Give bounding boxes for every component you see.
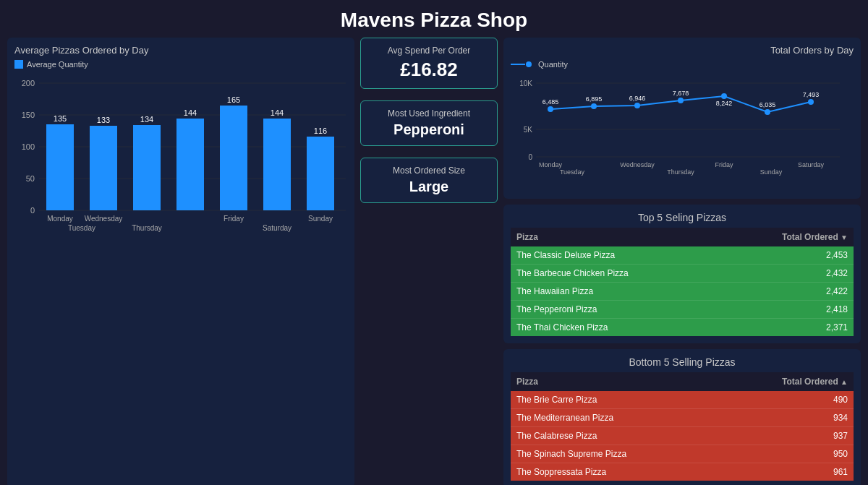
top5-card: Top 5 Seling Pizzas Pizza Total Ordered … [503,205,861,343]
pizza-total: 2,422 [721,283,854,301]
svg-text:Monday: Monday [47,215,73,223]
pizza-name: The Barbecue Chicken Pizza [511,265,721,283]
svg-text:Friday: Friday [715,161,733,168]
pizza-total: 2,453 [721,246,854,265]
pizza-total: 950 [720,445,854,463]
svg-text:135: 135 [54,114,67,123]
pizza-total: 2,432 [721,265,854,283]
avg-spend-label: Avg Spend Per Order [368,46,490,56]
svg-text:144: 144 [271,108,284,117]
svg-text:10K: 10K [519,80,532,87]
pizza-total: 490 [720,391,854,409]
stats-col: Avg Spend Per Order £16.82 Most Used Ing… [360,38,498,485]
top5-row: The Hawaiian Pizza2,422 [511,283,854,301]
svg-text:116: 116 [314,126,327,135]
most-ordered-label: Most Ordered Size [368,166,490,176]
pizza-total: 961 [720,463,854,481]
svg-text:Monday: Monday [539,161,563,168]
top5-table: Pizza Total Ordered ▼ The Classic Deluxe… [511,228,854,336]
bottom5-table: Pizza Total Ordered ▲ The Brie Carre Piz… [511,372,854,481]
bottom5-card: Bottom 5 Selling Pizzas Pizza Total Orde… [503,349,861,485]
total-orders-legend: Quantity [511,60,854,69]
most-used-card: Most Used Ingredient Pepperoni [360,100,498,146]
svg-point-42 [765,109,770,115]
line-chart-svg: 10K 5K 0 [511,73,843,189]
svg-text:6,895: 6,895 [586,95,603,103]
svg-rect-22 [220,106,247,210]
line-legend-dot [526,61,532,67]
top5-row: The Pepperoni Pizza2,418 [511,301,854,319]
bottom5-title: Bottom 5 Selling Pizzas [511,356,854,368]
avg-by-day-title: Average Pizzas Ordered by Day [14,45,347,56]
page-title: Mavens Pizza Shop [0,0,868,38]
total-orders-chart-card: Total Orders by Day Quantity 10K 5K 0 [503,38,861,199]
pizza-name: The Mediterranean Pizza [511,409,720,427]
top5-title: Top 5 Seling Pizzas [511,212,854,223]
pizza-name: The Thai Chicken Pizza [511,319,721,337]
total-orders-title: Total Orders by Day [511,45,854,56]
svg-text:0: 0 [30,206,35,215]
svg-text:6,946: 6,946 [629,95,646,102]
bottom5-row: The Brie Carre Pizza490 [511,391,854,409]
svg-text:Sunday: Sunday [760,168,783,176]
svg-point-39 [634,103,640,108]
pizza-name: The Spinach Supreme Pizza [511,445,720,463]
pizza-total: 934 [720,409,854,427]
avg-by-day-chart: Average Pizzas Ordered by Day Average Qu… [7,38,354,485]
bar-chart-svg: 200 150 100 50 0 135 Monday Tuesday 133 … [14,73,347,239]
svg-text:Tuesday: Tuesday [560,168,585,176]
avg-spend-card: Avg Spend Per Order £16.82 [360,38,498,89]
svg-text:100: 100 [22,142,35,151]
svg-text:5K: 5K [524,126,533,134]
pizza-name: The Hawaiian Pizza [511,283,721,301]
svg-text:Wednesday: Wednesday [620,161,655,168]
svg-rect-28 [307,137,334,210]
svg-point-41 [721,93,727,99]
avg-spend-value: £16.82 [368,59,490,81]
svg-text:8,242: 8,242 [716,100,733,107]
pizza-name: The Pepperoni Pizza [511,301,721,319]
svg-text:144: 144 [184,108,197,117]
legend-box [14,60,23,69]
top5-row: The Classic Deluxe Pizza2,453 [511,246,854,265]
svg-text:7,493: 7,493 [803,91,820,98]
pizza-total: 937 [720,427,854,445]
pizza-name: The Soppressata Pizza [511,463,720,481]
svg-text:7,678: 7,678 [673,90,689,97]
pizza-total: 2,418 [721,301,854,319]
pizza-name: The Classic Deluxe Pizza [511,246,721,265]
svg-text:150: 150 [22,111,35,119]
svg-text:200: 200 [22,79,35,87]
svg-text:Tuesday: Tuesday [68,224,95,232]
svg-text:6,035: 6,035 [760,101,776,108]
most-ordered-value: Large [368,179,490,195]
svg-rect-10 [46,124,74,210]
svg-text:Sunday: Sunday [308,215,333,223]
svg-text:Wednesday: Wednesday [85,215,123,223]
bottom5-col2-header: Total Ordered ▲ [720,372,854,391]
top5-sort-icon: ▼ [841,233,848,241]
svg-text:Friday: Friday [224,215,244,223]
pizza-total: 2,371 [721,319,854,337]
svg-text:165: 165 [227,95,240,104]
most-used-value: Pepperoni [368,121,490,138]
bottom5-row: The Mediterranean Pizza934 [511,409,854,427]
svg-text:Thursday: Thursday [132,224,162,232]
top5-row: The Barbecue Chicken Pizza2,432 [511,265,854,283]
bottom5-row: The Soppressata Pizza961 [511,463,854,481]
svg-point-37 [548,106,553,112]
pizza-name: The Brie Carre Pizza [511,391,720,409]
line-legend-icon [511,64,525,65]
avg-by-day-legend: Average Quantity [14,60,347,69]
right-col: Total Orders by Day Quantity 10K 5K 0 [503,38,861,485]
svg-rect-14 [90,126,117,210]
svg-text:133: 133 [97,116,110,124]
most-ordered-card: Most Ordered Size Large [360,158,498,203]
svg-text:Thursday: Thursday [667,168,694,176]
pizza-name: The Calabrese Pizza [511,427,720,445]
most-used-label: Most Used Ingredient [368,108,490,119]
svg-text:50: 50 [26,174,35,183]
top5-col2-header: Total Ordered ▼ [721,228,854,246]
bottom5-col1-header: Pizza [511,372,720,391]
svg-point-43 [808,99,814,105]
